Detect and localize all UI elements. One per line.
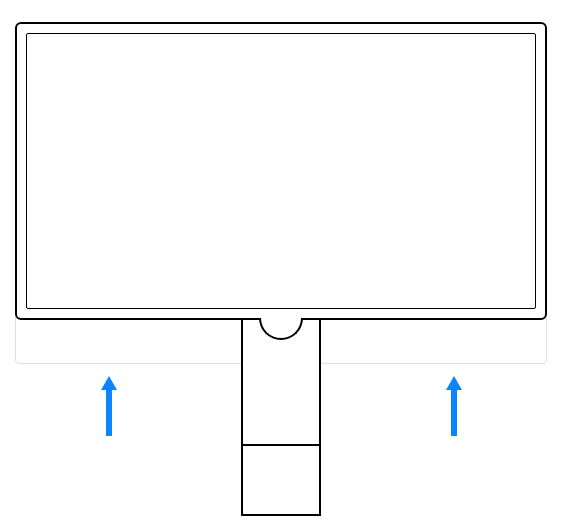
lift-arrow-right	[444, 374, 464, 444]
display-screen	[26, 33, 536, 309]
stand-column	[241, 316, 321, 516]
lift-arrow-left	[99, 374, 119, 444]
height-adjust-diagram: display stand previous display position …	[0, 0, 566, 528]
